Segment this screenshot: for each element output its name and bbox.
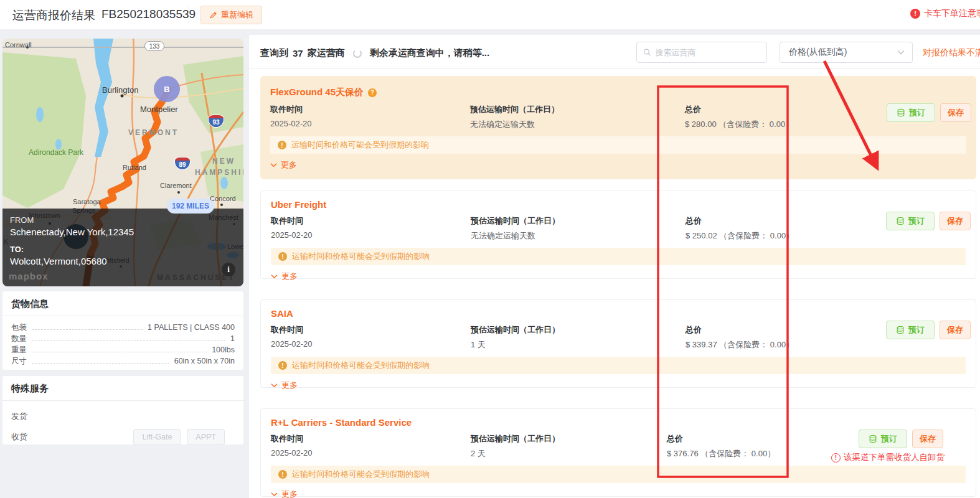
warning-text: 运输时间和价格可能会受到假期的影响 (292, 469, 430, 480)
transit-label: 预估运输时间（工作日） (471, 324, 560, 336)
book-label: 预订 (908, 324, 925, 336)
route-shield-133: 133 (144, 41, 164, 51)
cargo-row-packaging: 包装 1 PALLETS | CLASS 400 (11, 322, 235, 334)
book-button[interactable]: 预订 (859, 430, 907, 448)
cargo-value: 100lbs (212, 345, 235, 354)
cargo-value: 1 PALLETS | CLASS 400 (148, 323, 235, 332)
warning-text: 运输时间和价格可能会受到假期的影响 (292, 360, 430, 371)
more-toggle[interactable]: 更多 (271, 489, 314, 498)
service-row-shipping: 发货 (11, 406, 235, 426)
warning-icon: ! (278, 252, 287, 261)
to-label: TO: (10, 245, 236, 254)
price-label: 总价 (686, 324, 794, 336)
book-button[interactable]: 预订 (886, 321, 935, 339)
route-map[interactable]: B CornwallBurlingtonMontpelierVERMONTAdi… (2, 39, 243, 286)
dashed-leader (32, 352, 207, 352)
tag-appt: APPT (187, 429, 225, 445)
currency: $ (667, 449, 671, 458)
truck-order-notice-link[interactable]: ! 卡车下单注意事项 (910, 8, 980, 19)
coins-icon (896, 217, 905, 225)
self-unload-note: ! 该渠道下单需收货人自卸货 (831, 452, 945, 463)
amount: 376.76 (674, 449, 699, 458)
carrier-search-input[interactable] (636, 42, 767, 63)
toolbar-divider (249, 68, 980, 69)
from-value: Schenectady,New York,12345 (10, 227, 236, 237)
more-toggle[interactable]: 更多 (271, 380, 314, 391)
carrier-name: Uber Freight (271, 199, 326, 210)
currency: $ (686, 340, 690, 349)
insurance-note: （含保险费： 0.00） (700, 449, 775, 458)
pickup-value: 2025-02-20 (271, 230, 313, 240)
book-label: 预订 (881, 433, 897, 444)
price-label: 总价 (686, 215, 794, 227)
shipping-label: 发货 (11, 411, 27, 422)
page-title-text: 运营商报价结果 (12, 7, 95, 24)
save-button[interactable]: 保存 (912, 430, 943, 448)
cargo-value: 1 (230, 334, 235, 343)
pickup-label: 取件时间 (271, 324, 313, 336)
loading-spinner-icon (353, 49, 362, 58)
holiday-warning: ! 运输时间和价格可能会受到假期的影响 (271, 357, 966, 374)
insurance-note: （含保险费： 0.00） (719, 340, 794, 349)
warning-text: 运输时间和价格可能会受到假期的影响 (292, 251, 430, 262)
coins-icon (896, 326, 905, 334)
warning-icon: ! (278, 470, 287, 479)
cargo-label: 尺寸 (11, 356, 27, 367)
cargo-info-card: 货物信息 包装 1 PALLETS | CLASS 400 数量 1 重量 10… (2, 291, 243, 370)
page-title: 运营商报价结果 FB250218035539 (12, 7, 196, 24)
quote-card-saia: SAIA 取件时间 2025-02-20 预估运输时间（工作日） 1 天 总价 … (260, 299, 976, 388)
cargo-row-weight: 重量 100lbs (11, 345, 235, 356)
price-value: $ 339.37 （含保险费： 0.00） (686, 339, 794, 350)
transit-value: 1 天 (471, 339, 560, 350)
coins-icon (897, 108, 905, 117)
save-button[interactable]: 保存 (940, 103, 971, 122)
notice-label: 卡车下单注意事项 (924, 8, 980, 19)
distance-badge: 192 MILES (167, 199, 214, 214)
cargo-row-quantity: 数量 1 (11, 334, 235, 345)
pickup-value: 2025-02-20 (271, 448, 313, 458)
cargo-label: 重量 (11, 345, 27, 355)
marker-b: B (154, 76, 180, 102)
quote-card-uber-freight: Uber Freight 取件时间 2025-02-20 预估运输时间（工作日）… (260, 190, 976, 279)
more-label: 更多 (281, 489, 298, 498)
sort-select[interactable]: 价格(从低到高) (780, 42, 913, 63)
special-services-card: 特殊服务 发货 收货 Lift-Gate APPT (2, 376, 243, 444)
special-services-title: 特殊服务 (2, 376, 243, 401)
quote-feedback-link[interactable]: 对报价结果不满意 (923, 47, 980, 59)
holiday-warning: ! 运输时间和价格可能会受到假期的影响 (270, 136, 966, 154)
from-label: FROM (10, 215, 236, 225)
price-value: $ 376.76 （含保险费： 0.00） (667, 448, 775, 459)
more-toggle[interactable]: 更多 (271, 271, 314, 282)
search-input[interactable] (656, 48, 760, 57)
results-summary: 查询到 37 家运营商 剩余承运商查询中，请稍等... (260, 47, 489, 59)
chevron-down-icon (271, 383, 278, 388)
transit-label: 预估运输时间（工作日） (470, 104, 559, 115)
book-button[interactable]: 预订 (886, 212, 935, 230)
question-icon[interactable]: ? (368, 88, 377, 97)
save-button[interactable]: 保存 (940, 212, 971, 230)
reedit-label: 重新编辑 (221, 9, 253, 21)
amount: 339.37 (692, 340, 717, 349)
pickup-label: 取件时间 (271, 433, 313, 444)
holiday-warning: ! 运输时间和价格可能会受到假期的影响 (271, 248, 966, 265)
pickup-label: 取件时间 (270, 104, 312, 115)
amount: 280.00 (692, 120, 717, 129)
insurance-note: （含保险费： 0.00） (719, 231, 794, 240)
search-icon (643, 48, 651, 57)
carrier-name: FlexGround 45天保价 (270, 87, 364, 98)
currency: $ (685, 120, 689, 129)
chevron-down-icon (271, 492, 278, 497)
transit-label: 预估运输时间（工作日） (471, 215, 560, 227)
reedit-button[interactable]: 重新编辑 (200, 6, 262, 24)
more-toggle[interactable]: 更多 (270, 159, 314, 171)
header-divider (189, 6, 189, 23)
transit-label: 预估运输时间（工作日） (471, 433, 560, 444)
pickup-label: 取件时间 (271, 215, 313, 227)
mapbox-logo: mapbox (9, 271, 49, 281)
cargo-info-title: 货物信息 (2, 291, 243, 316)
save-button[interactable]: 保存 (940, 321, 971, 339)
found-suffix: 家运营商 (308, 47, 345, 59)
map-info-icon[interactable]: i (222, 263, 235, 276)
sort-value: 价格(从低到高) (789, 47, 847, 58)
book-button[interactable]: 预订 (887, 103, 935, 122)
